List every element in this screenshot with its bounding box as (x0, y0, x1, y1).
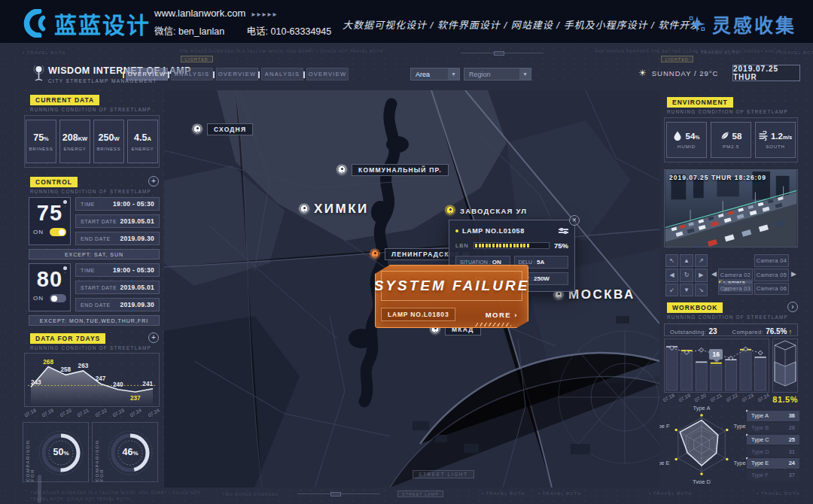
control-add-button[interactable]: + (148, 176, 159, 187)
map-marker-1[interactable]: СХОДНЯ (191, 123, 253, 135)
type-row-type-c[interactable]: Type C25 (747, 435, 799, 445)
system-failure-popup: SYSTEM FAILURE LAMP NO.L01803 MORE › (375, 265, 528, 328)
inspiration-collect[interactable]: 灵感收集 (688, 11, 796, 38)
more-button[interactable]: MORE › (481, 308, 522, 321)
tab-overview-4[interactable]: OVERVIEW (306, 68, 349, 80)
camera-button-camera-03[interactable]: Camera 03 (718, 283, 753, 296)
schedule-row-time[interactable]: TIME19:00 - 05:30 (75, 263, 160, 277)
power-toggle[interactable] (50, 228, 66, 236)
schedule-row-start-date[interactable]: START DATE2019.05.01 (75, 214, 160, 228)
type-row-type-d[interactable]: Type D31 (747, 446, 799, 457)
camera-prev-button[interactable]: ◀ (711, 270, 717, 278)
type-row-type-e[interactable]: Type E24 (747, 458, 799, 469)
corner-tick (154, 162, 160, 168)
section-subtitle: RUNNING CONDITION OF STREETLAMP (30, 189, 151, 194)
promo-banner: 蓝蓝设计 www.lanlanwork.com▸▸▸▸▸ 微信: ben_lan… (0, 0, 813, 43)
type-row-type-f[interactable]: Type F37 (747, 470, 799, 481)
travel-both-checkbox: ▪ TRAVEL BOTH (775, 50, 813, 55)
workbook-expand-button[interactable]: › (787, 302, 798, 312)
camera-button-camera-05[interactable]: Camera 05 (754, 269, 789, 281)
schedule-row-time[interactable]: TIME19:00 - 05:30 (75, 197, 160, 211)
schedule-row-end-date[interactable]: END DATE2019.09.30 (75, 232, 160, 245)
line-chart-x-labels: 07.1807.1907.2007.2107.2207.2307.2407.24 (24, 410, 160, 415)
type-row-type-a[interactable]: Type A36 (747, 411, 799, 421)
camera-pan-button-5[interactable]: ▶ (695, 269, 708, 281)
sliders-icon[interactable] (559, 229, 568, 233)
camera-pan-button-2[interactable]: ↗ (695, 254, 708, 267)
corner-tick (24, 353, 29, 358)
website-link[interactable]: www.lanlanwork.com (154, 8, 245, 19)
brightness-level-card: 75ON (29, 197, 71, 245)
street-light-badge: STREET LIGHT (413, 470, 474, 478)
camera-timestamp: 2019.07.25 THUR 18:26:09 (669, 174, 766, 181)
scroll-capsule[interactable] (38, 475, 41, 503)
stat-label: BRINESS (29, 147, 53, 151)
weather-display: ☀ SUNNDAY / 29°C (638, 68, 719, 78)
row-label: END DATE (81, 302, 111, 308)
row-value: 2019.05.01 (120, 217, 154, 225)
stat-card-briness: 250WBRINESS (93, 120, 124, 163)
camera-pan-button-3[interactable]: ◀ (665, 269, 678, 281)
camera-pan-button-7[interactable]: ▼ (680, 284, 693, 296)
region-select[interactable]: Region ▾ (464, 68, 531, 80)
area-select[interactable]: Area ▾ (410, 68, 460, 80)
schedule-row-end-date[interactable]: END DATE2019.09.30 (75, 298, 160, 311)
camera-dpad: ↖▲↗◀↻▶↙▼↘ (665, 254, 708, 296)
tab-analysis-1[interactable]: ANALYSIS (171, 68, 213, 80)
map-marker-3[interactable]: ХИМКИ (298, 202, 369, 217)
camera-pan-button-6[interactable]: ↙ (665, 284, 678, 296)
stat-label: ENERGY (131, 147, 154, 151)
camera-button-camera-04[interactable]: Camera 04 (754, 254, 789, 267)
svg-text:243: 243 (31, 379, 41, 386)
stat-value: 208KW (62, 132, 87, 143)
camera-button-camera-02[interactable]: Camera 02 (718, 269, 753, 281)
tab-overview-0[interactable]: OVERVIEW (126, 68, 168, 80)
camera-button-camera-06[interactable]: Camera 06 (754, 283, 789, 296)
camera-pan-button-8[interactable]: ↘ (695, 284, 708, 296)
camera-pan-button-0[interactable]: ↖ (665, 254, 678, 267)
tab-analysis-3[interactable]: ANALYSIS (261, 68, 303, 80)
type-label: Type A (751, 412, 769, 419)
x-tick-label: 07.20 (693, 393, 707, 403)
map-marker-4[interactable]: ЗАВОДСКАЯ УЛ (444, 205, 527, 217)
env-card-humid: 54%HUMID (666, 122, 707, 158)
env-value: 54% (685, 132, 699, 141)
stat-value: 75% (33, 132, 49, 143)
prism-graphic (773, 339, 797, 392)
region-select-value: Region (469, 71, 491, 78)
camera-refresh-button[interactable]: ↻ (680, 269, 693, 281)
svg-text:Type A: Type A (693, 405, 711, 411)
outstanding-value: 23 (709, 327, 717, 335)
lamp-bulb-icon (63, 200, 67, 204)
camera-next-button[interactable]: ▶ (791, 270, 796, 278)
gauge-value: 46% (109, 447, 151, 457)
camera-view[interactable]: 2019.07.25 THUR 18:26:09 (664, 169, 798, 247)
svg-text:237: 237 (130, 395, 141, 402)
svg-text:Type C: Type C (733, 460, 747, 466)
type-list: Type A36Type B28Type C25Type D31Type E24… (747, 411, 799, 481)
map-marker-2[interactable]: КОММУНАЛЬНЫЙ ПР. (336, 164, 449, 176)
deco-badge: STREET LAMP (397, 490, 443, 497)
lamp-popup-close-button[interactable]: × (569, 215, 580, 226)
gauge-side-label: COMPARISON FOR (26, 429, 35, 481)
arrows-decoration: ▸▸▸▸▸ (251, 10, 278, 18)
data7-add-button[interactable]: + (148, 332, 159, 343)
compared-value: 76.5% (766, 327, 787, 335)
lbn-percent: 75% (554, 241, 568, 250)
type-row-type-b[interactable]: Type B28 (747, 423, 799, 433)
travel-both-checkbox: ▪ TRAVEL BOTH (23, 50, 66, 55)
schedule-row-start-date[interactable]: START DATE2019.05.01 (75, 281, 160, 294)
failure-lamp-id[interactable]: LAMP NO.L01803 (381, 308, 455, 321)
gauge-value: 50% (40, 447, 82, 457)
camera-pan-button-1[interactable]: ▲ (680, 254, 693, 267)
tab-overview-2[interactable]: OVERVIEW (216, 68, 258, 80)
type-label: Type B (751, 424, 769, 431)
x-tick-label: 07.24 (129, 408, 143, 418)
svg-text:Type B: Type B (733, 423, 747, 430)
svg-text:258: 258 (60, 366, 71, 373)
city-map[interactable]: СХОДНЯКОММУНАЛЬНЫЙ ПР.ХИМКИЗАВОДСКАЯ УЛЛ… (164, 90, 659, 487)
power-toggle[interactable] (50, 294, 66, 302)
workbook-bar-chart: 16 (664, 339, 769, 393)
corner-tick (154, 115, 160, 120)
services-list: 大数据可视化设计 / 软件界面设计 / 网站建设 / 手机及小程序设计 / 软件… (343, 17, 689, 32)
